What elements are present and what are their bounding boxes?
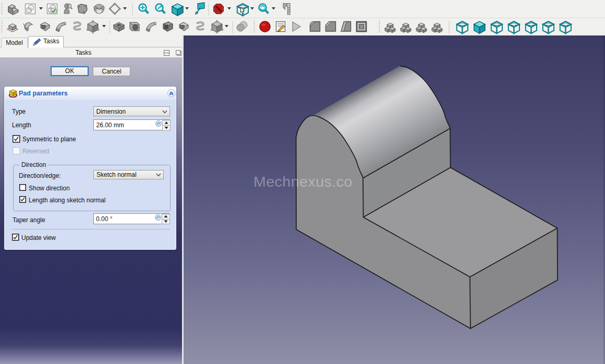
- svg-text:Mechnexus.co: Mechnexus.co: [253, 173, 353, 190]
